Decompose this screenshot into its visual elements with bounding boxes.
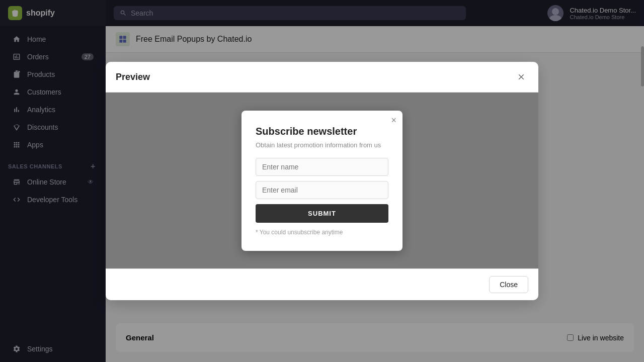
popup-submit-button[interactable]: SUBMIT — [256, 204, 388, 223]
modal-body: × Subscribe newsletter Obtain latest pro… — [106, 93, 538, 268]
popup-note: * You could unsubscribe anytime — [256, 229, 388, 236]
preview-modal: Preview × Subscribe newsletter Obtain la… — [106, 62, 538, 300]
modal-header: Preview — [106, 62, 538, 93]
popup-email-input[interactable] — [256, 181, 388, 199]
popup-card: × Subscribe newsletter Obtain latest pro… — [242, 111, 403, 251]
popup-close-button[interactable]: × — [391, 116, 396, 125]
popup-subtitle: Obtain latest promotion information from… — [256, 141, 388, 149]
modal-close-button[interactable] — [514, 70, 528, 84]
modal-title: Preview — [116, 72, 150, 82]
modal-overlay: Preview × Subscribe newsletter Obtain la… — [0, 0, 644, 362]
popup-name-input[interactable] — [256, 158, 388, 176]
modal-footer-close-button[interactable]: Close — [489, 276, 528, 293]
modal-footer: Close — [106, 268, 538, 300]
preview-area: × Subscribe newsletter Obtain latest pro… — [106, 93, 538, 268]
popup-title: Subscribe newsletter — [256, 126, 388, 137]
